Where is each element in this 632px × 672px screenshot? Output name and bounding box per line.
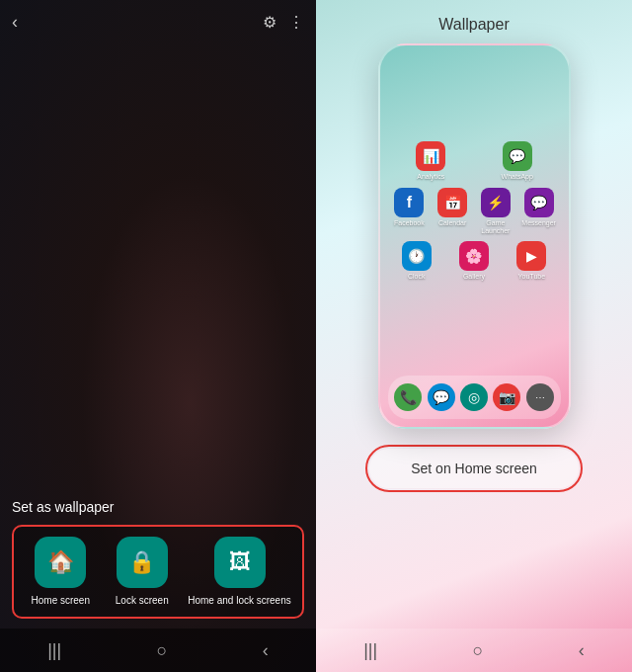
set-home-screen-button-box: Set on Home screen <box>365 445 583 492</box>
phone-screen: 📊 Analytics 💬 WhatsApp f Facebook <box>380 45 569 427</box>
calendar-icon: 📅 <box>437 188 467 217</box>
back-icon[interactable]: ‹ <box>12 12 18 33</box>
home-and-lock-option[interactable]: 🖼 Home and lock screens <box>188 537 291 607</box>
app-gallery[interactable]: 🌸 Gallery <box>454 241 494 281</box>
more-icon[interactable]: ⋮ <box>288 13 304 32</box>
youtube-label: YouTube <box>518 273 546 281</box>
gallery-icon: 🌸 <box>459 241 489 271</box>
facebook-icon: f <box>394 188 424 217</box>
left-panel: ‹ ⚙ ⋮ Set as wallpaper 🏠 Home screen 🔒 L… <box>0 0 316 672</box>
right-nav-bar: ||| ○ ‹ <box>316 629 632 672</box>
app-row-1: 📊 Analytics 💬 WhatsApp <box>388 141 561 181</box>
app-facebook[interactable]: f Facebook <box>389 188 429 236</box>
facebook-label: Facebook <box>394 219 425 227</box>
whatsapp-icon: 💬 <box>503 141 532 171</box>
messenger-icon: 💬 <box>524 188 554 217</box>
home-screen-label: Home screen <box>32 594 90 607</box>
game-launcher-label: Game Launcher <box>476 219 515 236</box>
calendar-label: Calendar <box>438 219 466 227</box>
dock-pay[interactable]: ◎ <box>460 383 488 411</box>
analytics-icon: 📊 <box>416 141 445 171</box>
home-and-lock-icon: 🖼 <box>214 537 266 588</box>
youtube-icon: ▶ <box>516 241 546 271</box>
wallpaper-title: Wallpaper <box>438 16 509 34</box>
app-grid: 📊 Analytics 💬 WhatsApp f Facebook <box>388 55 561 368</box>
app-analytics[interactable]: 📊 Analytics <box>411 141 450 181</box>
app-youtube[interactable]: ▶ YouTube <box>512 241 551 281</box>
whatsapp-label: WhatsApp <box>502 173 533 181</box>
lock-screen-label: Lock screen <box>116 594 169 607</box>
left-recents-button[interactable]: ||| <box>47 640 61 661</box>
analytics-label: Analytics <box>417 173 444 181</box>
home-screen-option[interactable]: 🏠 Home screen <box>25 537 96 607</box>
left-home-button[interactable]: ○ <box>157 640 168 661</box>
left-back-button[interactable]: ‹ <box>263 640 269 661</box>
dock-camera[interactable]: 📷 <box>493 383 520 411</box>
gallery-label: Gallery <box>463 273 485 281</box>
app-clock[interactable]: 🕐 Clock <box>397 241 436 281</box>
set-home-screen-button[interactable]: Set on Home screen <box>369 449 579 488</box>
home-and-lock-label: Home and lock screens <box>188 594 291 607</box>
left-nav-bar: ||| ○ ‹ <box>0 629 316 672</box>
dock-phone[interactable]: 📞 <box>394 383 422 411</box>
dock-bar: 📞 💬 ◎ 📷 ⋯ <box>388 376 561 419</box>
lock-screen-icon: 🔒 <box>117 537 168 588</box>
right-back-button[interactable]: ‹ <box>579 640 585 661</box>
home-screen-icon: 🏠 <box>35 537 86 588</box>
right-panel: Wallpaper 📊 Analytics 💬 WhatsApp <box>316 0 632 672</box>
wallpaper-options-box: 🏠 Home screen 🔒 Lock screen 🖼 Home and l… <box>12 525 304 619</box>
left-bottom-section: Set as wallpaper 🏠 Home screen 🔒 Lock sc… <box>0 487 316 619</box>
dock-apps[interactable]: ⋯ <box>526 383 554 411</box>
dock-messages[interactable]: 💬 <box>428 383 455 411</box>
right-home-button[interactable]: ○ <box>473 640 484 661</box>
clock-label: Clock <box>408 273 426 281</box>
app-calendar[interactable]: 📅 Calendar <box>433 188 472 236</box>
app-whatsapp[interactable]: 💬 WhatsApp <box>498 141 537 181</box>
phone-mockup: 📊 Analytics 💬 WhatsApp f Facebook <box>378 43 571 429</box>
settings-icon[interactable]: ⚙ <box>263 13 276 32</box>
messenger-label: Messenger <box>521 219 556 227</box>
app-row-2: f Facebook 📅 Calendar ⚡ Game Launcher 💬 … <box>388 188 561 236</box>
set-as-wallpaper-label: Set as wallpaper <box>12 499 304 515</box>
lock-screen-option[interactable]: 🔒 Lock screen <box>107 537 178 607</box>
clock-icon: 🕐 <box>402 241 432 271</box>
app-messenger[interactable]: 💬 Messenger <box>519 188 559 236</box>
right-recents-button[interactable]: ||| <box>363 640 377 661</box>
app-row-3: 🕐 Clock 🌸 Gallery ▶ YouTube <box>388 241 561 281</box>
top-right-icons: ⚙ ⋮ <box>263 13 304 32</box>
game-launcher-icon: ⚡ <box>481 188 511 217</box>
top-bar: ‹ ⚙ ⋮ <box>0 0 316 43</box>
app-game-launcher[interactable]: ⚡ Game Launcher <box>476 188 515 236</box>
